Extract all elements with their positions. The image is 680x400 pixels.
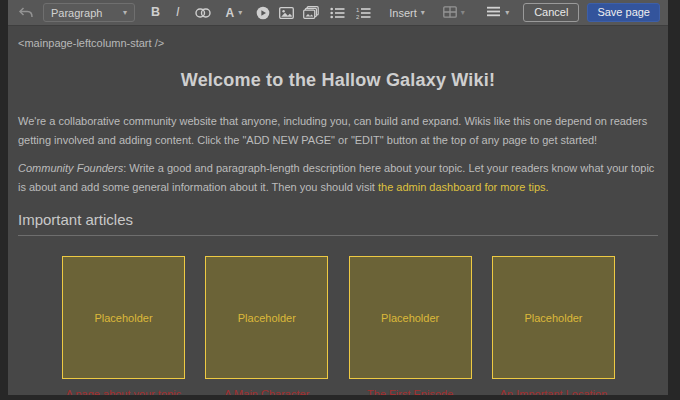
- caption-text: The First Episode: [367, 388, 453, 395]
- insert-dropdown[interactable]: Insert ▾: [389, 7, 425, 19]
- page-title: Welcome to the Hallow Galaxy Wiki!: [18, 69, 658, 91]
- caption-text: Character: [258, 388, 309, 395]
- paragraph-format-label: Paragraph: [51, 7, 102, 19]
- link-button[interactable]: [195, 8, 211, 18]
- undo-icon: [18, 7, 33, 18]
- caption-text: A page about your topic: [66, 388, 182, 395]
- founders-paragraph: Community Founders: Write a good and par…: [18, 159, 658, 197]
- mainpage-leftcolumn-tag: <mainpage-leftcolumn-start />: [18, 37, 658, 49]
- undo-button[interactable]: [18, 7, 33, 18]
- article-figure: Placeholder An Important Location: [492, 256, 615, 395]
- chevron-down-icon: ▾: [421, 8, 425, 17]
- admin-dashboard-link[interactable]: the admin dashboard for more tips.: [378, 181, 549, 193]
- cancel-button[interactable]: Cancel: [523, 3, 579, 22]
- bold-button[interactable]: B: [151, 6, 160, 19]
- intro-paragraph: We're a collaborative community website …: [18, 112, 658, 150]
- article-caption-link[interactable]: A page about your topic: [62, 388, 185, 395]
- section-heading-important-articles: Important articles: [18, 211, 658, 236]
- placeholder-label: Placeholder: [524, 312, 582, 324]
- placeholder-image-box[interactable]: Placeholder: [62, 256, 185, 379]
- text-style-label: A: [226, 7, 235, 19]
- svg-text:1: 1: [356, 7, 360, 13]
- image-button[interactable]: [279, 7, 294, 19]
- wiki-editor-window: Paragraph ▾ B I A ▾: [8, 0, 668, 395]
- important-articles-row: Placeholder A page about your topic Plac…: [8, 256, 668, 395]
- article-figure: Placeholder The First Episode: [349, 256, 472, 395]
- article-caption-link[interactable]: An Important Location: [492, 388, 615, 395]
- svg-text:2: 2: [356, 14, 360, 19]
- text-style-dropdown[interactable]: A ▾: [226, 7, 243, 19]
- editor-content-area[interactable]: <mainpage-leftcolumn-start /> Welcome to…: [8, 26, 668, 395]
- caption-marked-text: A Main: [224, 388, 258, 395]
- chevron-down-icon: ▾: [123, 8, 127, 17]
- bullet-list-icon: [330, 7, 345, 19]
- caption-text: An Important Location: [500, 388, 608, 395]
- placeholder-label: Placeholder: [381, 312, 439, 324]
- video-button[interactable]: [256, 6, 270, 20]
- placeholder-image-box[interactable]: Placeholder: [492, 256, 615, 379]
- table-dropdown[interactable]: ▾: [443, 6, 465, 20]
- insert-label: Insert: [389, 7, 417, 19]
- placeholder-label: Placeholder: [94, 312, 152, 324]
- editor-toolbar: Paragraph ▾ B I A ▾: [8, 0, 668, 26]
- numbered-list-button[interactable]: 1 2: [356, 7, 371, 19]
- placeholder-image-box[interactable]: Placeholder: [349, 256, 472, 379]
- placeholder-label: Placeholder: [238, 312, 296, 324]
- article-caption-link[interactable]: A Main Character: [205, 388, 328, 395]
- article-caption-link[interactable]: The First Episode: [349, 388, 472, 395]
- hamburger-menu-icon: [487, 6, 501, 19]
- founders-lead-italic: Community Founders: [18, 162, 123, 174]
- chevron-down-icon: ▾: [505, 8, 509, 17]
- gallery-icon: [303, 6, 319, 19]
- article-figure: Placeholder A page about your topic: [62, 256, 185, 395]
- save-page-button[interactable]: Save page: [587, 3, 660, 22]
- gallery-button[interactable]: [303, 6, 319, 19]
- table-icon: [443, 6, 457, 20]
- chevron-down-icon: ▾: [238, 9, 242, 17]
- image-icon: [279, 7, 294, 19]
- placeholder-image-box[interactable]: Placeholder: [205, 256, 328, 379]
- chevron-down-icon: ▾: [461, 8, 465, 17]
- article-figure: Placeholder A Main Character: [205, 256, 328, 395]
- bullet-list-button[interactable]: [330, 7, 345, 19]
- page-options-menu[interactable]: ▾: [487, 6, 509, 19]
- paragraph-format-dropdown[interactable]: Paragraph ▾: [43, 3, 135, 22]
- numbered-list-icon: 1 2: [356, 7, 371, 19]
- link-icon: [195, 8, 211, 18]
- play-circle-icon: [256, 6, 270, 20]
- italic-button[interactable]: I: [176, 6, 179, 19]
